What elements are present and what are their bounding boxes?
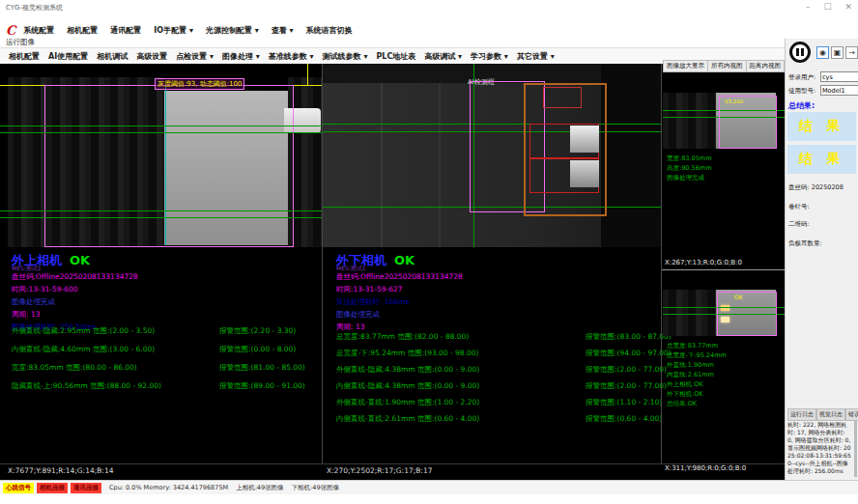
toolbar-item[interactable]: 其它设置 ▾ — [517, 51, 555, 62]
tab-count-label: 负极耳数量: — [788, 239, 822, 248]
tab-run-image[interactable]: 运行图像 — [6, 38, 35, 47]
aux-measure-lines: 宽度:83.05mm高度:90.56mm图像处理完成 — [667, 154, 711, 183]
aux-tab[interactable]: 距离内视图 — [747, 61, 786, 71]
yellow-ref-line — [307, 64, 308, 86]
measure-line — [0, 210, 322, 211]
cycle-line: 周期: 13 — [12, 310, 138, 322]
app-logo-icon: C — [6, 24, 15, 37]
measurement-row: 宽度:83.05mm 范围:(80.00 - 86.00) 报警范围:(81.0… — [12, 363, 321, 381]
measurement-row: 总宽度-下:95.24mm 范围:(93.00 - 98.00) 报警范围:(9… — [336, 349, 660, 365]
minimize-icon[interactable]: – — [806, 2, 811, 12]
toolbar-item[interactable]: 高级设置 — [136, 51, 167, 62]
toolbar-item[interactable]: 点检设置 ▾ — [176, 51, 214, 62]
measurement-row: 隐藏直线-上:90.56mm 范围:(88.00 - 92.00) 报警范围:(… — [12, 381, 321, 400]
aux-measure-lines: 总宽度:83.77mm总宽度-下:95.24mm外直线:1.90mm内直线:2.… — [667, 342, 727, 409]
model-input[interactable] — [820, 85, 858, 96]
total-result-label: 总结果: — [788, 100, 815, 111]
measurement-row: 内侧直线-隐藏:4.60mm 范围:(3.00 - 6.00) 报警范围:(0.… — [12, 345, 321, 363]
pause-button[interactable] — [789, 42, 811, 63]
alarm-range-text: 报警范围:(83.00 - 87.00) — [586, 332, 672, 342]
maximize-icon[interactable]: ☐ — [823, 2, 831, 12]
machine-seam — [381, 83, 383, 247]
side-panel: ◉ ▣ → 登录用户: 使用型号: 总结果: 结 果 结 果 盘丝码: 2025… — [785, 39, 858, 480]
alarm-range-text: 报警范围:(0.00 - 8.00) — [219, 345, 296, 354]
aux-tab[interactable]: 所有内视图 — [708, 61, 747, 71]
alarm-range-text: 报警范围:(1.10 - 2.10) — [586, 398, 662, 407]
panel-separator — [661, 64, 662, 463]
aux-measure-line: 外直线:1.90mm — [667, 361, 727, 371]
status-line: 图像处理完成 — [336, 310, 463, 322]
aux-measure-line: 内直线:2.61mm — [667, 371, 727, 380]
measurement-row: 外侧直线-隐藏:2.95mm 范围:(2.00 - 3.50) 报警范围:(2.… — [12, 326, 321, 345]
measurement-row: 内侧直线-隐藏:4.38mm 范围:(0.00 - 9.00) 报警范围:(2.… — [336, 381, 660, 398]
measure-line — [0, 132, 322, 133]
toolbar-item[interactable]: 测试线参数 ▾ — [323, 51, 368, 62]
menu-item[interactable]: IO手配置 ▾ — [154, 25, 193, 36]
measurement-text: 总宽度-下:95.24mm 范围:(93.00 - 98.00) — [336, 349, 479, 358]
aux-measure-line: 总结果:OK — [667, 400, 727, 409]
menu-item[interactable]: 系统语言切换 — [306, 25, 353, 36]
pixel-coords: X:267;Y:13;R:0;G:0;B:0 — [665, 259, 742, 266]
camera-capture-button[interactable]: ◉ — [816, 46, 829, 59]
left-pixel-coords: X:7677;Y:891;R:14;G:14;B:14 — [8, 466, 113, 475]
main-view-area: 灰度阈值:93, 动态阈值:100 外上相机OK MES:测试1 盘丝码:Off… — [0, 64, 785, 480]
login-user-input[interactable] — [820, 71, 858, 82]
measurement-text: 总宽度:83.77mm 范围:(82.00 - 88.00) — [336, 332, 469, 342]
menu-item[interactable]: 通讯配置 — [110, 25, 141, 36]
barcode-line: 盘丝码:Offline20250208133134728 — [336, 272, 463, 285]
result-overlay: OK — [734, 294, 743, 300]
alarm-range-text: 报警范围:(0.60 - 4.00) — [586, 414, 662, 424]
login-user-label: 登录用户: — [788, 73, 815, 82]
toolbar-item[interactable]: PLC地址表 — [376, 51, 415, 62]
alarm-range-text: 报警范围:(81.00 - 85.00) — [219, 363, 305, 373]
roi-rect — [44, 85, 294, 247]
menu-item[interactable]: 系统配置 — [23, 25, 54, 36]
aux-measure-line: 宽度:83.05mm — [667, 154, 711, 164]
toolbar-item[interactable]: AI使用配置 — [48, 51, 88, 62]
status-badges: 心跳信号相机连接通讯连接 — [0, 483, 101, 493]
alarm-range-text: 报警范围:(2.00 - 77.00) — [586, 365, 667, 375]
status-line: 图像处理完成 — [12, 297, 138, 310]
time-line: 时间:13-31-59-600 — [12, 285, 138, 297]
pixel-coords: X:311;Y:980;R:0;G:0;B:0 — [665, 464, 746, 472]
toolbar-item[interactable]: 基准线参数 ▾ — [269, 51, 314, 62]
aux-view-2[interactable]: OK 总宽度:83.77mm总宽度-下:95.24mm外直线:1.90mm内直线… — [663, 272, 785, 462]
cyan-ref-line — [165, 86, 166, 245]
log-scrollbar[interactable] — [854, 421, 857, 477]
aux-view-1[interactable]: 93,100 宽度:83.05mm高度:90.56mm图像处理完成 X:267;… — [663, 73, 785, 269]
mid-camera-image[interactable]: AI检测框 — [323, 64, 661, 247]
close-icon[interactable]: ✕ — [844, 2, 852, 12]
status-badge: 心跳信号 — [3, 483, 34, 493]
left-camera-image[interactable]: 灰度阈值:93, 动态阈值:100 — [0, 64, 322, 247]
measurement-row: 总宽度:83.77mm 范围:(82.00 - 88.00) 报警范围:(83.… — [336, 332, 660, 349]
aux-measure-line: 外下相机:OK — [667, 390, 727, 400]
menu-item[interactable]: 光源控制配置 ▾ — [206, 25, 259, 36]
log-tab[interactable]: 运行日志 — [787, 408, 816, 421]
toolbar-item[interactable]: 相机配置 — [9, 51, 40, 62]
transfer-button[interactable]: → — [845, 46, 858, 59]
dark-region — [601, 64, 661, 247]
measure-line — [0, 217, 322, 218]
log-tab[interactable]: 错误日志 — [845, 408, 858, 421]
threshold-overlay: 93,100 — [725, 98, 743, 104]
menu-item[interactable]: 相机配置 — [67, 25, 98, 36]
roi-rect — [717, 292, 777, 336]
toolbar-item[interactable]: 学习参数 ▾ — [471, 51, 508, 62]
menu-bar: C 系统配置相机配置通讯配置IO手配置 ▾光源控制配置 ▾查看 ▾系统语言切换 — [0, 23, 858, 38]
window-controls: – ☐ ✕ — [806, 2, 852, 12]
measure-line — [0, 126, 322, 126]
measurement-text: 外侧直线-隐藏:2.95mm 范围:(2.00 - 3.50) — [12, 326, 155, 336]
aux-tab[interactable]: 图像放大显示 — [664, 61, 708, 71]
mid-info-block: 盘丝码:Offline20250208133134728 时间:13-31-59… — [336, 272, 463, 335]
menu-item[interactable]: 查看 ▾ — [272, 25, 294, 36]
qrcode-label: 二维码: — [788, 220, 810, 229]
image-view-button[interactable]: ▣ — [831, 46, 844, 59]
measurement-text: 内侧直线-直线:2.61mm 范围:(0.60 - 4.00) — [336, 414, 479, 424]
toolbar-item[interactable]: 高级调试 ▾ — [424, 51, 462, 62]
mid-pixel-coords: X:270;Y:2502;R:17;G:17;B:17 — [327, 466, 432, 475]
alarm-range-text: 报警范围:(2.20 - 3.30) — [219, 326, 296, 336]
toolbar-item[interactable]: 相机调试 — [97, 51, 128, 62]
toolbar-item[interactable]: 图像处理 ▾ — [222, 51, 260, 62]
alarm-range-text: 报警范围:(94.00 - 97.00) — [586, 349, 672, 358]
log-tab[interactable]: 视觉日志 — [816, 408, 845, 421]
